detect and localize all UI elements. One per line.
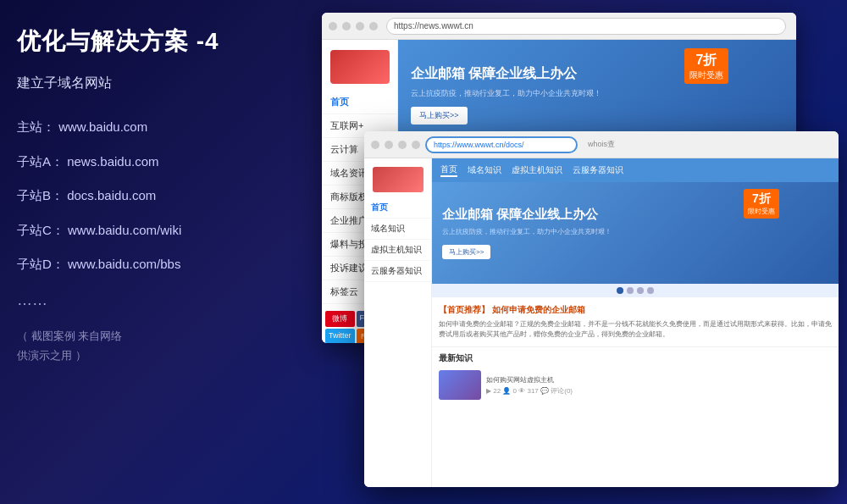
subtitle: 建立子域名网站 (17, 75, 280, 92)
s2-top-nav-server-k[interactable]: 云服务器知识 (573, 164, 623, 176)
s1-logo (330, 50, 390, 84)
s2-top-nav-home[interactable]: 首页 (440, 163, 457, 177)
s2-main: 首页 域名知识 虚拟主机知识 云服务器知识 企业邮箱 保障企业线上办公 云上抗疫… (432, 158, 839, 487)
s2-forward-icon[interactable] (385, 141, 393, 149)
browser-chrome-1: https://news.wwwt.cn (322, 13, 796, 40)
s2-knowledge: 最新知识 如何购买网站虚拟主机 ▶ 22 👤 0 👁 317 💬 评论(0) (432, 347, 839, 407)
s2-article-text: 如何申请免费的企业邮箱？正规的免费企业邮箱，并不是一分钱不花就能长久免费使用，而… (439, 319, 832, 340)
s2-knowledge-info: 如何购买网站虚拟主机 ▶ 22 👤 0 👁 317 💬 评论(0) (486, 375, 573, 396)
s2-url-bar[interactable]: https://www.wwwt.cn/docs/ (425, 136, 578, 153)
browser-back-icon[interactable] (329, 22, 337, 30)
s1-banner-sub: 云上抗疫防疫，推动行业复工，助力中小企业共克时艰！ (411, 88, 601, 99)
s1-discount-badge: 7折 限时受惠 (684, 48, 728, 84)
s2-banner: 企业邮箱 保障企业线上办公 云上抗疫防疫，推动行业复工，助力中小企业共克时艰！ … (432, 182, 839, 284)
s2-logo (373, 167, 424, 192)
s2-dot-2[interactable] (627, 287, 634, 294)
s2-top-nav: 首页 域名知识 虚拟主机知识 云服务器知识 (432, 158, 839, 182)
s2-body: 首页 域名知识 虚拟主机知识 云服务器知识 首页 域名知识 虚拟主机知识 云服务… (364, 158, 839, 487)
s2-knowledge-title: 最新知识 (439, 352, 832, 364)
s2-banner-text: 企业邮箱 保障企业线上办公 云上抗疫防疫，推动行业复工，助力中小企业共克时艰！ … (442, 207, 612, 259)
s2-banner-title: 企业邮箱 保障企业线上办公 (442, 207, 612, 223)
browser-refresh-icon[interactable] (356, 22, 364, 30)
s1-discount-value: 7折 (689, 52, 723, 69)
s2-article-tag: 【首页推荐】 (439, 305, 490, 314)
dots: …… (17, 291, 280, 309)
list-item: 子站C： www.baidu.com/wiki (17, 221, 280, 241)
s2-banner-sub: 云上抗疫防疫，推动行业复工，助力中小企业共克时艰！ (442, 227, 612, 236)
s2-dot-4[interactable] (647, 287, 654, 294)
info-list: 主站： www.baidu.com 子站A： news.baidu.com 子站… (17, 118, 280, 274)
main-title: 优化与解决方案 -4 (17, 25, 280, 58)
s2-top-nav-host-k[interactable]: 虚拟主机知识 (512, 164, 562, 176)
list-item: 子站D： www.baidu.com/bbs (17, 255, 280, 274)
browser-forward-icon[interactable] (342, 22, 351, 30)
caption: （ 截图案例 来自网络供演示之用 ） (17, 326, 280, 366)
s2-refresh-icon[interactable] (398, 141, 407, 149)
s2-knowledge-meta: ▶ 22 👤 0 👁 317 💬 评论(0) (486, 386, 573, 396)
s2-knowledge-item-1[interactable]: 如何购买网站虚拟主机 ▶ 22 👤 0 👁 317 💬 评论(0) (439, 368, 832, 402)
s2-nav-host[interactable]: 虚拟主机知识 (364, 240, 431, 261)
screenshot-2: https://www.wwwt.cn/docs/ whois查 首页 域名知识… (364, 131, 839, 487)
s2-knowledge-thumb (439, 370, 481, 400)
s2-article-title: 【首页推荐】 如何申请免费的企业邮箱 (439, 304, 832, 316)
s2-knowledge-item-title: 如何购买网站虚拟主机 (486, 375, 573, 385)
s2-discount-sub: 限时受惠 (748, 207, 775, 216)
weibo-button[interactable]: 微博 (325, 311, 355, 327)
s2-sidebar: 首页 域名知识 虚拟主机知识 云服务器知识 (364, 158, 432, 487)
s1-discount-sub: 限时受惠 (689, 69, 723, 80)
s2-banner-btn[interactable]: 马上购买>> (442, 245, 490, 259)
s2-url-extra: whois查 (583, 139, 832, 150)
s2-nav-home[interactable]: 首页 (364, 197, 431, 219)
s2-top-nav-domain-k[interactable]: 域名知识 (468, 164, 501, 176)
browser-url-bar-1[interactable]: https://news.wwwt.cn (386, 18, 786, 35)
s2-carousel-dots (432, 284, 839, 297)
s2-home-icon[interactable] (412, 141, 420, 149)
list-item: 主站： www.baidu.com (17, 118, 280, 137)
s2-nav-domain[interactable]: 域名知识 (364, 219, 431, 240)
s2-dot-3[interactable] (637, 287, 644, 294)
s1-nav-home[interactable]: 首页 (322, 91, 397, 114)
list-item: 子站B： docs.baidu.com (17, 186, 280, 206)
browser-chrome-2: https://www.wwwt.cn/docs/ whois查 (364, 131, 839, 158)
left-panel: 优化与解决方案 -4 建立子域名网站 主站： www.baidu.com 子站A… (17, 25, 280, 365)
s1-banner-text: 企业邮箱 保障企业线上办公 云上抗疫防疫，推动行业复工，助力中小企业共克时艰！ … (411, 65, 601, 125)
s1-banner-btn[interactable]: 马上购买>> (411, 107, 468, 125)
s2-discount-badge: 7折 限时受惠 (744, 189, 779, 219)
s1-banner-title: 企业邮箱 保障企业线上办公 (411, 65, 601, 83)
s2-nav-server[interactable]: 云服务器知识 (364, 261, 431, 282)
screenshots-area: https://news.wwwt.cn 首页 互联网+ 云计算 域名资讯 商标… (322, 13, 839, 491)
s2-article: 【首页推荐】 如何申请免费的企业邮箱 如何申请免费的企业邮箱？正规的免费企业邮箱… (432, 297, 839, 347)
s2-discount-value: 7折 (748, 191, 775, 207)
list-item: 子站A： news.baidu.com (17, 152, 280, 172)
s2-back-icon[interactable] (371, 141, 379, 149)
s2-article-heading: 如何申请免费的企业邮箱 (492, 305, 585, 314)
browser-home-icon[interactable] (369, 22, 378, 30)
s2-dot-1[interactable] (617, 287, 623, 294)
twitter-button[interactable]: Twitter (325, 329, 355, 343)
